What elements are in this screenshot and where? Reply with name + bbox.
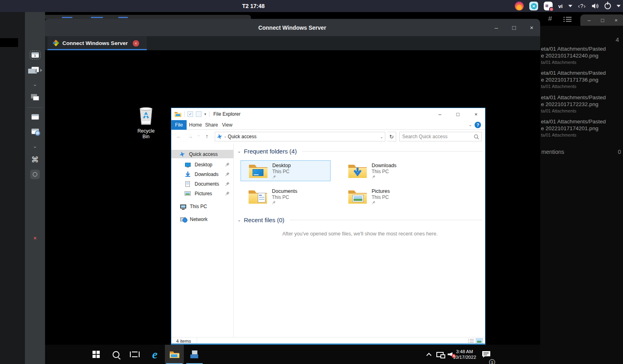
topbar-clock[interactable]: T2 17:48 [242,3,265,9]
unlinked-mentions-row[interactable]: mentions 0 [541,149,621,155]
help-icon[interactable]: ? [475,122,481,128]
input-method-icon[interactable]: ‹?› [578,3,586,9]
address-bar[interactable]: › Quick access ⌄ [215,132,385,141]
pin-icon[interactable] [225,191,230,196]
quick-access-star-icon [217,134,222,139]
remmina-close-button[interactable]: × [527,24,536,31]
tray-expand-button[interactable] [424,345,434,364]
toolbar-scale-dropdown[interactable]: ⌄ [25,141,45,152]
downloads-icon [185,172,191,177]
explorer-window-buttons: – □ × [431,108,485,120]
task-view-button[interactable] [129,345,141,364]
chevron-down-icon: ⌄ [33,82,37,86]
tab-file[interactable]: File [171,120,187,130]
power-icon[interactable] [604,3,611,9]
outline-list-icon[interactable] [563,16,572,22]
explorer-maximize-button[interactable]: □ [449,108,467,120]
backlink-entry[interactable]: eta/01 Attachments/Pasted e 202210171422… [541,45,621,65]
action-center-button[interactable]: 1 [480,345,492,364]
keyboard-layout-caret-icon[interactable] [568,5,572,7]
frequent-folders-header[interactable]: ⌄ Frequent folders (4) [237,148,483,155]
recent-files-header[interactable]: ⌄ Recent files (0) [237,217,483,223]
volume-icon[interactable] [592,3,599,9]
keyboard-layout-indicator[interactable]: vi [558,3,563,9]
backlink-entry[interactable]: eta/01 Attachments/Pasted e 202210171722… [541,94,621,114]
search-input[interactable] [400,134,474,139]
taskbar-search-button[interactable] [110,345,121,364]
ribbon-collapse-icon[interactable]: ⌄ [469,122,472,127]
backlink-path: eta/01 Attachments/Pasted [541,94,621,101]
nav-network[interactable]: Network [171,215,234,223]
nav-downloads[interactable]: Downloads [171,170,234,178]
tab-close-icon[interactable]: × [133,40,139,47]
notes-maximize-button[interactable]: □ [601,17,604,23]
toolbar-scaled-mode-button[interactable] [25,111,45,123]
explorer-titlebar[interactable]: ✓ ▾ File Explorer – □ × [171,108,485,120]
toolbar-resolution-dropdown[interactable]: ⌄ [25,79,45,90]
nav-quick-access[interactable]: Quick access [171,150,234,158]
collapse-group-icon[interactable]: ⌄ [237,149,241,154]
remmina-connection-tab[interactable]: Connect Windows Server × [47,36,147,50]
file-explorer-taskbar-button[interactable] [165,345,184,364]
pin-icon[interactable] [225,172,230,176]
tile-documents[interactable]: Documents This PC [241,186,331,207]
toolbar-dynamic-resolution-button[interactable] [25,64,45,75]
remmina-minimize-button[interactable]: – [492,24,501,31]
notes-minimize-button[interactable]: – [588,17,590,23]
slack-app-icon[interactable]: ⌗ [544,2,553,10]
up-icon[interactable]: ↑ [206,133,208,139]
backlink-entry[interactable]: eta/01 Attachments/Pasted e 202210171742… [541,118,621,138]
pin-icon[interactable] [225,162,230,167]
nav-pictures[interactable]: Pictures [171,189,234,198]
recycle-bin-desktop-icon[interactable]: Recycle Bin [134,106,158,134]
recent-locations-icon[interactable]: ⌄ [197,133,200,137]
backlink-entry[interactable]: eta/01 Attachments/Pasted e 202210171717… [541,70,621,90]
toolbar-disconnect-button[interactable]: × [25,232,45,243]
system-menu-caret-icon[interactable] [617,5,621,7]
details-view-icon[interactable] [468,338,475,344]
qat-properties-icon[interactable]: ✓ [187,111,193,117]
pin-icon[interactable] [225,182,230,186]
file-explorer-window: ✓ ▾ File Explorer – □ × File Home [171,108,485,345]
background-tab-dash [62,17,72,18]
toolbar-preferences-button[interactable] [25,169,45,180]
address-text[interactable]: Quick access [228,134,256,139]
explorer-close-button[interactable]: × [467,108,485,120]
explorer-minimize-button[interactable]: – [431,108,449,120]
search-icon[interactable] [474,134,479,139]
qat-customize-icon[interactable]: ▾ [204,112,206,116]
toolbar-grab-keyboard-button[interactable]: ⌘ [25,154,45,165]
qat-newfolder-icon[interactable] [196,111,201,117]
remmina-titlebar[interactable]: Connect Windows Server – □ × [44,19,540,36]
nav-documents[interactable]: Documents [171,180,234,188]
toolbar-fullscreen-button[interactable]: 1 [25,49,45,61]
tab-share[interactable]: Share [205,120,218,130]
tab-home[interactable]: Home [189,120,202,130]
toolbar-screenshot-button[interactable] [25,126,45,137]
quick-access-star-icon [179,151,185,157]
tray-network-button[interactable] [434,345,446,364]
firefox-app-icon[interactable] [515,2,524,10]
tab-view[interactable]: View [222,120,232,130]
tile-desktop[interactable]: Desktop This PC [241,160,331,181]
remmina-maximize-button[interactable]: □ [510,24,518,31]
thumbnail-view-icon[interactable] [476,338,483,344]
tags-icon[interactable]: # [548,15,552,23]
toolbar-switch-tab-button[interactable] [25,92,45,103]
nav-this-pc[interactable]: This PC [171,202,234,211]
back-icon[interactable]: ← [176,133,182,139]
taskbar-clock[interactable]: 3:48 AM 10/17/2022 [450,345,479,364]
server-manager-taskbar-button[interactable] [185,345,204,364]
tile-pictures[interactable]: Pictures This PC [340,186,430,207]
tile-downloads[interactable]: Downloads This PC [340,160,430,181]
start-button[interactable] [90,345,102,364]
notes-close-button[interactable]: × [615,17,618,23]
remote-app-icon[interactable]: ✕ [529,2,538,10]
address-dropdown-icon[interactable]: ⌄ [380,135,383,139]
collapse-group-icon[interactable]: ⌄ [237,217,241,223]
refresh-icon[interactable]: ↻ [387,132,396,141]
mentions-label: mentions [541,149,564,155]
forward-icon[interactable]: → [187,133,193,139]
internet-explorer-button[interactable]: e [148,345,162,364]
nav-desktop[interactable]: Desktop [171,160,234,169]
